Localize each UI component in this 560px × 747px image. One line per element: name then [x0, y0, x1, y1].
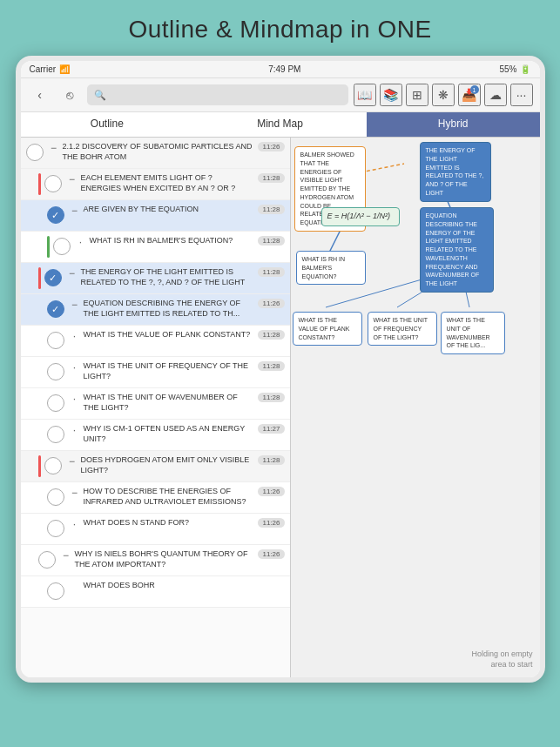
outline-item-14[interactable]: − WHY IS NIELS BOHR'S QUANTUM THEORY OF … — [21, 545, 290, 576]
item-text-15: WHAT DOES BOHR — [84, 581, 285, 591]
item-text-14: WHY IS NIELS BOHR'S QUANTUM THEORY OF TH… — [75, 549, 255, 569]
book-icon-btn[interactable]: 📖 — [354, 84, 376, 106]
toolbar: ‹ ⎋ 🔍 📖 📚 ⊞ ❋ 📥 1 ☁ ··· — [21, 78, 540, 112]
cloud-icon-btn[interactable]: ☁ — [484, 84, 507, 106]
outline-panel[interactable]: − 2.1.2 DISCOVERY OF SUBATOMIC PARTICLES… — [21, 138, 291, 677]
outline-item-5[interactable]: ✓ − THE ENERGY OF THE LIGHT EMITTED IS R… — [21, 263, 290, 294]
collapse-marker-12: − — [68, 487, 82, 499]
battery-label: 55% — [499, 64, 516, 74]
more-icon-btn[interactable]: ··· — [510, 84, 533, 106]
mm-node-formula[interactable]: E = h(1/λ² − 1/n²) — [321, 207, 400, 226]
outline-item-1[interactable]: − 2.1.2 DISCOVERY OF SUBATOMIC PARTICLES… — [21, 138, 290, 169]
time-badge-9: 11:28 — [258, 393, 284, 402]
grid-icon-btn[interactable]: ⊞ — [406, 84, 428, 106]
mm-node-energy[interactable]: THE ENERGY OF THE LIGHT EMITTED IS RELAT… — [420, 142, 491, 202]
item-text-13: WHAT DOES N STAND FOR? — [84, 518, 255, 528]
time-badge-5: 11:28 — [258, 267, 284, 277]
check-circle-1 — [26, 144, 44, 161]
mm-node-frequency[interactable]: WHAT IS THE UNIT OF FREQUENCY OF THE LIG… — [368, 312, 437, 346]
ipad-inner: Carrier 📶 7:49 PM 55% 🔋 ‹ ⎋ 🔍 📖 📚 ⊞ ❋ — [21, 61, 540, 677]
item-text-9: WHAT IS THE UNIT OF WAVENUMBER OF THE LI… — [84, 393, 255, 413]
tab-hybrid[interactable]: Hybrid — [367, 112, 540, 137]
time-badge-11: 11:28 — [258, 455, 284, 465]
time-badge-8: 11:28 — [258, 361, 284, 371]
time-badge-1: 11:26 — [258, 142, 284, 151]
outline-item-2[interactable]: − EACH ELEMENT EMITS LIGHT OF ? ENERGIES… — [21, 169, 290, 200]
item-text-4: WHAT IS RH IN BALMER'S EQUATION? — [90, 236, 255, 246]
item-text-7: WHAT IS THE VALUE OF PLANK CONSTANT? — [84, 330, 255, 340]
status-bar: Carrier 📶 7:49 PM 55% 🔋 — [21, 61, 540, 78]
outline-item-11[interactable]: − DOES HYDROGEN ATOM EMIT ONLY VISIBLE L… — [21, 451, 290, 482]
network-icon-btn[interactable]: ❋ — [432, 84, 455, 106]
check-circle-6: ✓ — [47, 300, 64, 318]
color-stripe-11 — [38, 455, 41, 477]
collapse-marker-1: − — [47, 142, 61, 154]
check-circle-5: ✓ — [44, 269, 62, 286]
outline-item-8[interactable]: · WHAT IS THE UNIT OF FREQUENCY OF THE L… — [21, 357, 290, 388]
check-circle-13 — [47, 520, 64, 537]
notification-badge: 1 — [470, 85, 479, 94]
check-circle-9 — [47, 394, 64, 412]
status-time: 7:49 PM — [268, 64, 300, 74]
share-button[interactable]: ⎋ — [57, 83, 82, 107]
collapse-marker-13: · — [68, 518, 82, 530]
time-badge-12: 11:26 — [258, 487, 284, 496]
mm-node-plank[interactable]: WHAT IS THE VALUE OF PLANK CONSTANT? — [293, 312, 362, 346]
color-stripe-2 — [38, 173, 41, 195]
outline-item-13[interactable]: · WHAT DOES N STAND FOR? 11:26 — [21, 514, 290, 545]
collapse-marker-4: · — [74, 236, 88, 248]
time-badge-13: 11:26 — [258, 518, 284, 528]
collapse-marker-3: − — [68, 205, 82, 217]
mm-node-rh[interactable]: WHAT IS RH IN BALMER'S EQUATION? — [296, 251, 366, 285]
outline-item-9[interactable]: · WHAT IS THE UNIT OF WAVENUMBER OF THE … — [21, 388, 290, 420]
mm-node-wavenumber[interactable]: WHAT IS THE UNIT OF WAVENUMBER OF THE LI… — [441, 312, 505, 354]
outline-item-12[interactable]: − HOW TO DESCRIBE THE ENERGIES OF INFRAR… — [21, 482, 290, 514]
tab-outline[interactable]: Outline — [21, 112, 194, 137]
time-badge-14: 11:26 — [258, 549, 284, 559]
wifi-icon: 📶 — [59, 64, 70, 74]
check-circle-2 — [44, 175, 62, 192]
collapse-marker-2: − — [65, 173, 79, 185]
outline-item-15[interactable]: WHAT DOES BOHR — [21, 576, 290, 608]
outline-item-4[interactable]: · WHAT IS RH IN BALMER'S EQUATION? 11:28 — [21, 232, 290, 263]
mindmap-panel[interactable]: BALMER SHOWED THAT THE ENERGIES OF VISIB… — [291, 138, 540, 677]
outline-item-3[interactable]: ✓ − ARE GIVEN BY THE EQUATION 11:28 — [21, 200, 290, 232]
collapse-marker-11: − — [65, 455, 79, 468]
ipad-frame: Carrier 📶 7:49 PM 55% 🔋 ‹ ⎋ 🔍 📖 📚 ⊞ ❋ — [16, 56, 545, 683]
carrier-label: Carrier — [30, 64, 57, 74]
inbox-icon-btn[interactable]: 📥 1 — [458, 84, 481, 106]
content-area: − 2.1.2 DISCOVERY OF SUBATOMIC PARTICLES… — [21, 138, 540, 677]
item-text-12: HOW TO DESCRIBE THE ENERGIES OF INFRARED… — [84, 487, 255, 507]
outline-item-7[interactable]: · WHAT IS THE VALUE OF PLANK CONSTANT? 1… — [21, 326, 290, 357]
tab-mindmap[interactable]: Mind Map — [193, 112, 367, 137]
svg-line-0 — [361, 164, 404, 172]
outline-item-6[interactable]: ✓ − EQUATION DESCRIBING THE ENERGY OF TH… — [21, 294, 290, 326]
battery-icon: 🔋 — [520, 64, 530, 74]
time-badge-7: 11:28 — [258, 330, 284, 340]
item-text-2: EACH ELEMENT EMITS LIGHT OF ? ENERGIES W… — [81, 173, 255, 193]
check-circle-8 — [47, 363, 64, 380]
item-text-10: WHY IS CM-1 OFTEN USED AS AN ENERGY UNIT… — [84, 424, 255, 444]
outline-item-10[interactable]: · WHY IS CM-1 OFTEN USED AS AN ENERGY UN… — [21, 420, 290, 451]
library-icon-btn[interactable]: 📚 — [380, 84, 402, 106]
collapse-marker-5: − — [65, 267, 79, 279]
check-circle-11 — [44, 457, 62, 474]
color-stripe-4 — [47, 236, 50, 258]
mm-node-equation[interactable]: EQUATION DESCRIBING THE ENERGY OF THE LI… — [420, 207, 494, 293]
collapse-marker-14: − — [59, 549, 73, 562]
item-text-1: 2.1.2 DISCOVERY OF SUBATOMIC PARTICLES A… — [63, 142, 255, 162]
holding-text: Holding on empty area to start — [471, 649, 532, 670]
check-circle-12 — [47, 488, 64, 506]
item-text-8: WHAT IS THE UNIT OF FREQUENCY OF THE LIG… — [84, 361, 255, 381]
check-circle-4 — [53, 238, 71, 255]
color-stripe-5 — [38, 267, 41, 289]
search-bar[interactable]: 🔍 — [87, 84, 348, 105]
back-button[interactable]: ‹ — [28, 83, 52, 107]
collapse-marker-9: · — [68, 393, 82, 405]
item-text-3: ARE GIVEN BY THE EQUATION — [84, 205, 255, 215]
collapse-marker-10: · — [68, 424, 82, 436]
check-circle-3: ✓ — [47, 206, 64, 224]
time-badge-2: 11:28 — [258, 173, 284, 183]
time-badge-4: 11:28 — [258, 236, 284, 246]
search-icon: 🔍 — [94, 90, 106, 101]
